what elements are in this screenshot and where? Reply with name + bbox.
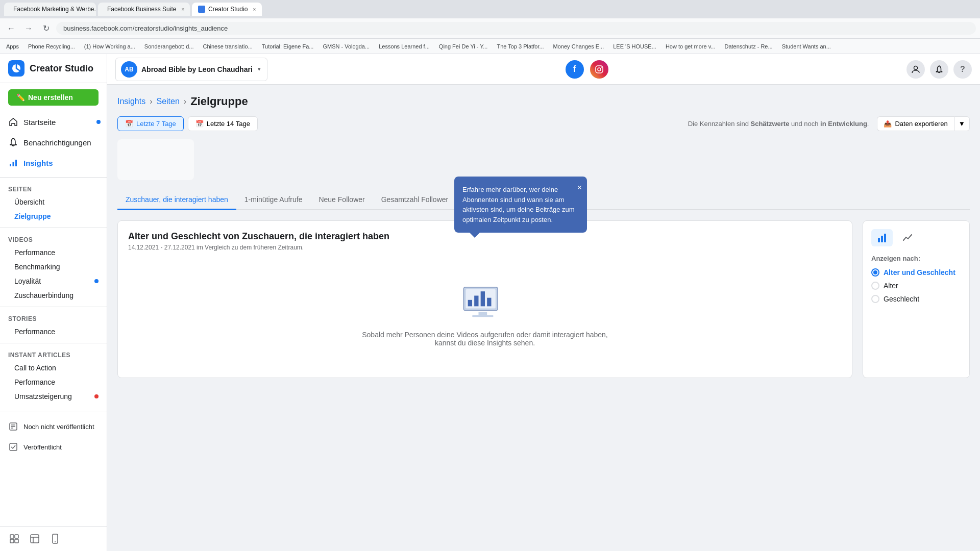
sidebar-divider-2: [0, 228, 107, 228]
bookmark-apps[interactable]: Apps: [4, 42, 21, 51]
sidebar-sub-umsatz[interactable]: Umsatzsteigerung: [0, 389, 107, 404]
breadcrumb-current: Zielgruppe: [190, 95, 248, 108]
sidebar-divider-5: [0, 412, 107, 412]
url-bar[interactable]: business.facebook.com/creatorstudio/insi…: [56, 22, 976, 35]
tab2-close[interactable]: ×: [181, 7, 184, 12]
sidebar-item-noch[interactable]: Noch nicht veröffentlicht: [0, 416, 107, 437]
svg-rect-8: [10, 539, 14, 543]
instagram-platform-btn[interactable]: [590, 60, 608, 79]
sidebar-item-notifications[interactable]: Benachrichtigungen: [0, 132, 107, 153]
export-dropdown-btn[interactable]: ▼: [954, 116, 970, 131]
sidebar-sub-benchmarking[interactable]: Benchmarking: [0, 260, 107, 274]
sidebar-sub-ubersicht[interactable]: Übersicht: [0, 195, 107, 209]
radio-a-label: Alter: [884, 282, 898, 290]
filter-7tage[interactable]: 📅 Letzte 7 Tage: [117, 116, 184, 131]
sidebar-sub-cta[interactable]: Call to Action: [0, 361, 107, 375]
browser-chrome: Facebook Marketing & Werbe... × Facebook…: [0, 0, 980, 18]
svg-rect-1: [10, 164, 11, 166]
topbar-right-icons: ?: [906, 60, 972, 79]
radio-alter-geschlecht[interactable]: Alter und Geschlecht: [871, 268, 961, 277]
chart-sidebar: Anzeigen nach: Alter und Geschlecht Alte…: [863, 220, 970, 378]
tab3-close[interactable]: ×: [253, 7, 256, 12]
bookmarks-bar: Apps Phone Recycling... (1) How Working …: [0, 39, 980, 54]
bookmark-11[interactable]: LEE 'S HOUSE...: [611, 42, 658, 51]
grid-icon[interactable]: [8, 533, 20, 545]
line-chart-view-btn[interactable]: [897, 229, 918, 246]
bookmark-6[interactable]: GMSN - Vologda...: [321, 42, 372, 51]
sidebar-item-veroffentlicht[interactable]: Veröffentlicht: [0, 437, 107, 457]
tooltip-arrow: [470, 233, 480, 238]
radio-alter[interactable]: Alter: [871, 282, 961, 290]
sidebar-sub-ia-performance[interactable]: Performance: [0, 375, 107, 389]
user-avatar-btn[interactable]: [906, 60, 925, 79]
tab-1[interactable]: Facebook Marketing & Werbe... ×: [4, 3, 96, 16]
help-btn[interactable]: ?: [953, 60, 972, 79]
tooltip-close-btn[interactable]: ×: [577, 182, 582, 194]
notifications-btn[interactable]: [930, 60, 948, 79]
breadcrumb-insights[interactable]: Insights: [117, 97, 145, 106]
radio-circle-ag: [871, 268, 879, 277]
svg-point-16: [914, 66, 918, 69]
sidebar-sub-loyalitat[interactable]: Loyalität: [0, 274, 107, 288]
umsatz-dot: [94, 394, 99, 398]
bookmark-3[interactable]: Sonderangebot: d...: [142, 42, 196, 51]
sidebar-sub-stories-performance[interactable]: Performance: [0, 324, 107, 339]
sidebar-sub-zuschauerbindung[interactable]: Zuschauerbindung: [0, 288, 107, 303]
reload-button[interactable]: ↻: [39, 21, 53, 36]
filter-14tage[interactable]: 📅 Letzte 14 Tage: [188, 116, 258, 131]
tab-gesamtzahl[interactable]: Gesamtzahl Follower: [373, 190, 457, 210]
bookmark-10[interactable]: Money Changes E...: [551, 42, 606, 51]
tab-zuschauer[interactable]: Zuschauer, die interagiert haben: [117, 190, 236, 210]
svg-rect-24: [472, 315, 494, 317]
bookmark-14[interactable]: Student Wants an...: [780, 42, 833, 51]
sidebar-item-label: Startseite: [23, 118, 56, 127]
sidebar-item-insights[interactable]: Insights: [0, 153, 107, 173]
bar-chart-view-btn[interactable]: [871, 229, 893, 246]
sidebar-logo: [8, 60, 24, 77]
insights-icon: [8, 158, 18, 168]
sidebar: Creator Studio ✏️ Neu erstellen Startsei…: [0, 54, 107, 551]
bookmark-8[interactable]: Qing Fei De Yi - Y...: [437, 42, 490, 51]
page-avatar: AB: [121, 61, 137, 78]
export-main-btn[interactable]: 📤 Daten exportieren: [877, 116, 953, 131]
create-button[interactable]: ✏️ Neu erstellen: [8, 89, 99, 106]
bookmark-2[interactable]: (1) How Working a...: [82, 42, 137, 51]
sidebar-header: Creator Studio: [0, 54, 107, 83]
mobile-icon[interactable]: [49, 533, 61, 545]
bookmark-12[interactable]: How to get more v...: [664, 42, 718, 51]
facebook-platform-btn[interactable]: f: [566, 60, 584, 79]
radio-geschlecht[interactable]: Geschlecht: [871, 295, 961, 303]
chart-main: Alter und Geschlecht von Zuschauern, die…: [117, 220, 852, 378]
page-name: Abroad Bible by Leon Chaudhari: [141, 65, 253, 73]
bell-icon: [8, 137, 18, 147]
bookmark-4[interactable]: Chinese translatio...: [201, 42, 255, 51]
chart-section: Alter und Geschlecht von Zuschauern, die…: [117, 220, 970, 378]
tooltip-text: Erfahre mehr darüber, wer deine Abonnent…: [462, 186, 575, 223]
tab-2[interactable]: Facebook Business Suite ×: [98, 3, 190, 16]
table-icon[interactable]: [29, 533, 41, 545]
page-selector[interactable]: AB Abroad Bible by Leon Chaudhari ▼: [115, 58, 267, 81]
veroffentlicht-label: Veröffentlicht: [23, 443, 62, 451]
back-button[interactable]: ←: [4, 21, 18, 36]
sidebar-sub-zielgruppe[interactable]: Zielgruppe: [0, 209, 107, 223]
tab-aufrufe[interactable]: 1-minütige Aufrufe: [236, 190, 311, 210]
sidebar-section-pages: Seiten: [0, 182, 107, 195]
sidebar-sub-performance[interactable]: Performance: [0, 245, 107, 260]
svg-rect-25: [878, 238, 880, 242]
bookmark-7[interactable]: Lessons Learned f...: [377, 42, 432, 51]
bookmark-9[interactable]: The Top 3 Platfor...: [495, 42, 546, 51]
bookmark-13[interactable]: Datenschutz - Re...: [722, 42, 774, 51]
tab-follower[interactable]: Neue Follower: [310, 190, 373, 210]
tab-3[interactable]: Creator Studio ×: [192, 3, 262, 16]
platform-selector: f: [276, 60, 898, 79]
bookmark-1[interactable]: Phone Recycling...: [26, 42, 77, 51]
sidebar-divider-3: [0, 307, 107, 307]
breadcrumb-seiten[interactable]: Seiten: [156, 97, 179, 106]
small-chart-placeholder: [117, 139, 194, 180]
sidebar-item-home[interactable]: Startseite: [0, 112, 107, 132]
sidebar-section-videos: Videos: [0, 232, 107, 245]
forward-button[interactable]: →: [21, 21, 36, 36]
empty-chart-illustration: [459, 282, 510, 322]
tab3-label: Creator Studio: [208, 6, 248, 13]
bookmark-5[interactable]: Tutorial: Eigene Fa...: [260, 42, 316, 51]
